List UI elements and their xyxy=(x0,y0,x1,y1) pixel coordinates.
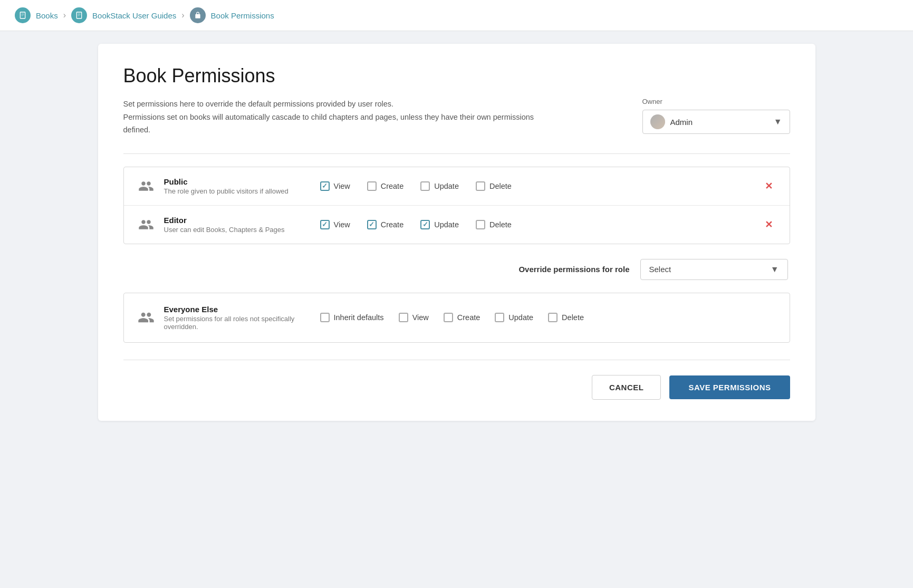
override-chevron-icon: ▼ xyxy=(771,265,779,274)
public-view-checkbox[interactable]: View xyxy=(320,181,350,191)
everyone-row: Everyone Else Set permissions for all ro… xyxy=(124,293,790,342)
everyone-desc-1: Set permissions for all roles not specif… xyxy=(164,315,295,323)
page-title: Book Permissions xyxy=(123,65,790,87)
owner-dropdown[interactable]: Admin ▼ xyxy=(642,110,790,134)
public-create-label: Create xyxy=(381,182,404,190)
everyone-create-check[interactable] xyxy=(444,313,453,322)
editor-delete-check[interactable] xyxy=(476,220,485,229)
everyone-update-label: Update xyxy=(508,313,533,322)
everyone-delete-check[interactable] xyxy=(548,313,558,322)
description: Set permissions here to override the def… xyxy=(123,98,556,137)
everyone-view-check[interactable] xyxy=(399,313,408,322)
editor-role-name: Editor xyxy=(164,216,312,225)
everyone-update-checkbox[interactable]: Update xyxy=(495,313,533,322)
public-create-check[interactable] xyxy=(367,181,377,191)
public-role-info: Public The role given to public visitors… xyxy=(164,177,312,195)
editor-update-check[interactable] xyxy=(420,220,430,229)
avatar-image xyxy=(650,114,665,129)
description-line2: Permissions set on books will automatica… xyxy=(123,113,534,134)
everyone-inherit-checkbox[interactable]: Inherit defaults xyxy=(320,313,384,322)
everyone-view-label: View xyxy=(412,313,429,322)
editor-update-checkbox[interactable]: Update xyxy=(420,220,459,229)
roles-container: Public The role given to public visitors… xyxy=(123,167,790,244)
override-section: Override permissions for role Select ▼ xyxy=(123,259,790,280)
editor-update-label: Update xyxy=(434,220,459,229)
editor-role-icon xyxy=(137,215,156,234)
owner-section: Owner Admin ▼ xyxy=(642,98,790,134)
override-label: Override permissions for role xyxy=(518,265,629,274)
editor-create-label: Create xyxy=(381,220,404,229)
everyone-container: Everyone Else Set permissions for all ro… xyxy=(123,293,790,343)
public-delete-label: Delete xyxy=(489,182,512,190)
role-row-public: Public The role given to public visitors… xyxy=(124,167,790,206)
books-icon xyxy=(15,7,31,23)
editor-role-info: Editor User can edit Books, Chapters & P… xyxy=(164,216,312,234)
public-view-label: View xyxy=(334,182,350,190)
avatar xyxy=(650,114,665,129)
everyone-delete-checkbox[interactable]: Delete xyxy=(548,313,584,322)
public-permissions: View Create Update Delete xyxy=(320,181,752,191)
everyone-name: Everyone Else xyxy=(164,305,312,314)
everyone-icon xyxy=(137,308,156,327)
user-guides-icon xyxy=(71,7,87,23)
divider-1 xyxy=(123,153,790,154)
everyone-desc: Set permissions for all roles not specif… xyxy=(164,315,312,331)
public-role-name: Public xyxy=(164,177,312,186)
everyone-permissions: Inherit defaults View Create Update Dele… xyxy=(320,313,777,322)
public-update-check[interactable] xyxy=(420,181,430,191)
everyone-update-check[interactable] xyxy=(495,313,504,322)
editor-create-checkbox[interactable]: Create xyxy=(367,220,404,229)
public-role-desc: The role given to public visitors if all… xyxy=(164,187,312,195)
public-update-label: Update xyxy=(434,182,459,190)
everyone-delete-label: Delete xyxy=(562,313,584,322)
editor-view-checkbox[interactable]: View xyxy=(320,220,350,229)
everyone-create-checkbox[interactable]: Create xyxy=(444,313,480,322)
editor-view-check[interactable] xyxy=(320,220,330,229)
override-select-placeholder: Select xyxy=(649,265,671,274)
everyone-create-label: Create xyxy=(457,313,480,322)
description-line1: Set permissions here to override the def… xyxy=(123,100,394,108)
editor-view-label: View xyxy=(334,220,350,229)
role-row-editor: Editor User can edit Books, Chapters & P… xyxy=(124,206,790,244)
public-delete-check[interactable] xyxy=(476,181,485,191)
everyone-inherit-label: Inherit defaults xyxy=(334,313,384,322)
public-view-check[interactable] xyxy=(320,181,330,191)
owner-chevron-icon: ▼ xyxy=(774,117,782,127)
owner-select-left: Admin xyxy=(650,114,693,129)
everyone-info: Everyone Else Set permissions for all ro… xyxy=(164,305,312,331)
breadcrumb: Books › BookStack User Guides › Book Per… xyxy=(0,0,913,31)
public-remove-button[interactable]: ✕ xyxy=(761,178,777,194)
editor-remove-button[interactable]: ✕ xyxy=(761,217,777,233)
breadcrumb-userguides-link[interactable]: BookStack User Guides xyxy=(92,11,176,20)
owner-name: Admin xyxy=(670,118,693,127)
everyone-desc-2: overridden. xyxy=(164,323,198,331)
editor-role-desc: User can edit Books, Chapters & Pages xyxy=(164,226,312,234)
breadcrumb-sep-1: › xyxy=(63,11,66,20)
everyone-view-checkbox[interactable]: View xyxy=(399,313,429,322)
breadcrumb-books-link[interactable]: Books xyxy=(36,11,58,20)
public-delete-checkbox[interactable]: Delete xyxy=(476,181,512,191)
editor-delete-label: Delete xyxy=(489,220,512,229)
breadcrumb-permissions-label: Book Permissions xyxy=(211,11,274,20)
main-container: Book Permissions Set permissions here to… xyxy=(98,44,815,421)
header-section: Set permissions here to override the def… xyxy=(123,98,790,137)
editor-create-check[interactable] xyxy=(367,220,377,229)
editor-delete-checkbox[interactable]: Delete xyxy=(476,220,512,229)
owner-label: Owner xyxy=(642,98,662,105)
breadcrumb-sep-2: › xyxy=(181,11,184,20)
cancel-button[interactable]: CANCEL xyxy=(592,375,661,400)
footer-divider xyxy=(123,360,790,360)
footer-actions: CANCEL SAVE PERMISSIONS xyxy=(123,375,790,400)
public-role-icon xyxy=(137,177,156,196)
public-update-checkbox[interactable]: Update xyxy=(420,181,459,191)
public-create-checkbox[interactable]: Create xyxy=(367,181,404,191)
book-permissions-icon xyxy=(190,7,206,23)
everyone-inherit-check[interactable] xyxy=(320,313,330,322)
override-role-dropdown[interactable]: Select ▼ xyxy=(640,259,788,280)
editor-permissions: View Create Update Delete xyxy=(320,220,752,229)
save-permissions-button[interactable]: SAVE PERMISSIONS xyxy=(669,375,790,399)
